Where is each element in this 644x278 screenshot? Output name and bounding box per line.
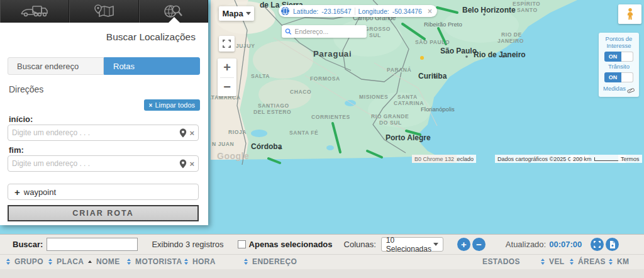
- zoom-in-button[interactable]: +: [218, 58, 236, 77]
- vehicles-tab-button[interactable]: [0, 0, 69, 23]
- column-header-placa[interactable]: PLACA: [48, 257, 84, 266]
- document-icon: [609, 241, 616, 248]
- transit-label: Trânsito: [608, 64, 630, 70]
- column-label: MOTORISTA: [135, 257, 182, 266]
- chevron-down-icon: [246, 12, 251, 15]
- start-address-field: ×: [8, 125, 199, 141]
- columns-label: Colunas:: [344, 240, 376, 249]
- map-terrain: [211, 0, 644, 165]
- clear-all-button[interactable]: × Limpar todos: [144, 99, 200, 111]
- waypoint-label: waypoint: [24, 187, 56, 197]
- fullscreen-table-button[interactable]: [591, 238, 604, 251]
- selected-only-label: Apenas selecionados: [249, 240, 333, 249]
- tab-routes[interactable]: Rotas: [104, 57, 200, 75]
- poi-label: Pontos de Interesse: [601, 36, 637, 50]
- zoom-in-rows-button[interactable]: +: [457, 238, 470, 251]
- ruler-icon: [627, 86, 635, 93]
- column-header-hora[interactable]: HORA: [184, 257, 216, 266]
- sort-icon: [127, 259, 131, 265]
- column-header-áreas[interactable]: ÁREAS: [570, 257, 606, 266]
- latitude-label: Latitude:: [293, 8, 318, 15]
- column-label: KM: [617, 257, 629, 266]
- sort-icon: [570, 259, 574, 265]
- end-field-label: fim:: [9, 145, 24, 155]
- add-waypoint-button[interactable]: + waypoint: [8, 184, 199, 200]
- column-label: HORA: [192, 257, 216, 266]
- selected-only-checkbox[interactable]: [238, 240, 246, 248]
- column-header-grupo[interactable]: GRUPO: [6, 257, 43, 266]
- close-icon[interactable]: ×: [428, 7, 432, 16]
- map-view[interactable]: de La SierraCampo GrandeGROSSOSULRibeirã…: [211, 0, 644, 165]
- map-layers-panel: Pontos de Interesse ON Trânsito ON Medid…: [599, 33, 639, 97]
- end-address-input[interactable]: [12, 159, 177, 168]
- points-map-tab-button[interactable]: [69, 0, 138, 23]
- pegman-control[interactable]: [618, 4, 641, 24]
- column-header-nome[interactable]: NOME: [88, 257, 120, 266]
- map-type-button[interactable]: Mapa: [219, 6, 254, 21]
- transit-toggle-track: [621, 72, 633, 82]
- bottom-toolbar: Buscar: Exibindo 3 registros Apenas sele…: [0, 234, 644, 254]
- column-header-vel[interactable]: VEL: [541, 257, 565, 266]
- google-watermark: Google: [217, 151, 249, 161]
- records-count: Exibindo 3 registros: [152, 240, 223, 249]
- transit-toggle-state: ON: [604, 72, 621, 82]
- map-address-search: [282, 25, 367, 38]
- column-label: ÁREAS: [578, 257, 606, 266]
- location-pin-icon[interactable]: [179, 159, 187, 169]
- table-search-input[interactable]: [47, 238, 138, 251]
- browser-overlay-text: B0 Chrome 132: [412, 155, 457, 163]
- sort-icon: [48, 259, 52, 265]
- poi-toggle[interactable]: ON: [604, 52, 633, 62]
- end-address-field: ×: [8, 155, 199, 172]
- updated-time: 00:07:00: [549, 240, 582, 249]
- clear-all-label: Limpar todos: [155, 101, 195, 109]
- measures-button[interactable]: Medidas: [603, 86, 635, 93]
- terms-link[interactable]: Termos: [618, 155, 642, 163]
- search-icon: [285, 28, 292, 35]
- columns-selected-value: 10 Selecionadas: [386, 236, 433, 253]
- sidebar-toolbar: [0, 0, 208, 23]
- coordinates-bar: Latitude: -23.16547 Longitude: -50.34476…: [279, 5, 437, 17]
- tab-search-address[interactable]: Buscar endereço: [8, 57, 104, 75]
- map-address-input[interactable]: [295, 28, 364, 35]
- column-label: ESTADOS: [482, 257, 520, 266]
- close-icon: ×: [149, 102, 153, 109]
- measures-label: Medidas: [603, 86, 626, 92]
- column-label: PLACA: [57, 257, 84, 266]
- sort-icon: [6, 259, 10, 265]
- panel-title: Buscar Localizações: [106, 31, 196, 43]
- fullscreen-icon: [223, 40, 231, 48]
- latitude-value: -23.16547: [321, 8, 351, 15]
- location-pin-icon[interactable]: [179, 128, 187, 138]
- longitude-label: Longitude:: [358, 8, 389, 15]
- zoom-out-button[interactable]: −: [218, 78, 236, 97]
- scale-label: 200 km: [573, 156, 592, 162]
- column-header-motorista[interactable]: MOTORISTA: [127, 257, 182, 266]
- start-address-input[interactable]: [12, 128, 177, 137]
- column-label: ENDEREÇO: [252, 257, 297, 266]
- columns-dropdown[interactable]: 10 Selecionadas: [381, 237, 443, 252]
- map-pin-icon: [93, 4, 114, 19]
- plus-icon: +: [14, 187, 20, 197]
- longitude-value: -50.34476: [392, 8, 422, 15]
- map-fullscreen-button[interactable]: [219, 36, 235, 52]
- export-report-button[interactable]: [606, 238, 619, 251]
- map-scale: 200 km: [570, 155, 626, 163]
- create-route-button[interactable]: CRIAR ROTA: [8, 205, 199, 221]
- directions-heading: Direções: [9, 84, 43, 94]
- column-header-km[interactable]: KM: [609, 257, 629, 266]
- sort-icon: [609, 259, 613, 265]
- pegman-icon: [625, 7, 635, 21]
- clear-field-icon[interactable]: ×: [189, 159, 194, 169]
- clear-field-icon[interactable]: ×: [189, 128, 194, 138]
- column-header-endereço[interactable]: ENDEREÇO: [244, 257, 297, 266]
- map-zoom-control: + −: [218, 58, 236, 96]
- search-locations-panel: Buscar Localizações Buscar endereço Rota…: [0, 0, 208, 225]
- zoom-out-rows-button[interactable]: −: [472, 238, 486, 251]
- table-header: GRUPOPLACANOMEMOTORISTAHORAENDEREÇOESTAD…: [0, 254, 644, 269]
- column-header-estados[interactable]: ESTADOS: [482, 257, 520, 266]
- column-label: GRUPO: [14, 257, 43, 266]
- transit-toggle[interactable]: ON: [604, 72, 633, 82]
- search-label: Buscar:: [13, 240, 43, 249]
- updated-label: Atualizado:: [506, 240, 546, 249]
